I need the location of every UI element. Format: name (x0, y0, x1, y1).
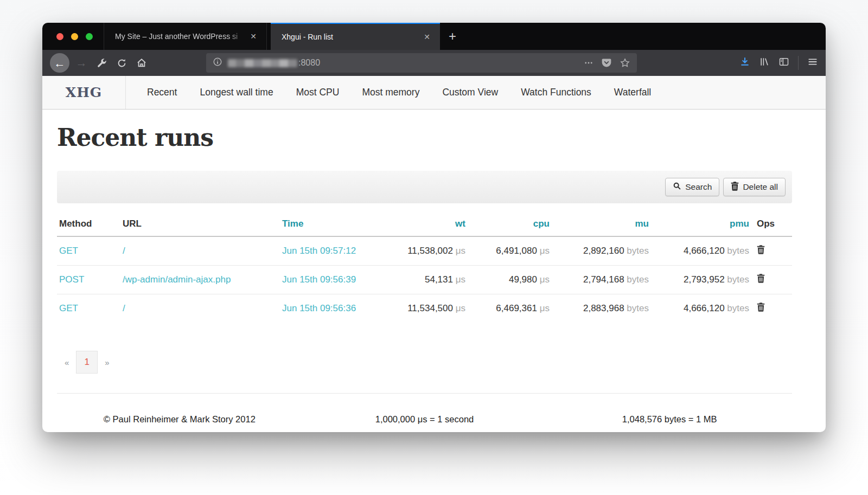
wt-unit: μs (456, 303, 465, 313)
page-title: Recent runs (57, 124, 792, 151)
close-icon[interactable]: ✕ (420, 31, 433, 42)
col-header-cpu[interactable]: cpu (468, 210, 552, 236)
back-button[interactable]: ← (50, 53, 69, 73)
col-header-mu[interactable]: mu (552, 210, 651, 236)
library-icon[interactable] (759, 56, 770, 69)
sidebar-icon[interactable] (778, 56, 789, 69)
method-link[interactable]: POST (59, 274, 84, 285)
url-link[interactable]: / (123, 303, 125, 313)
browser-window: My Site – Just another WordPress si ✕ Xh… (42, 23, 826, 432)
runs-table: Method URL Time wt cpu mu pmu Ops GET / … (57, 210, 792, 323)
delete-run-trash-icon[interactable] (757, 245, 765, 254)
tab-wordpress-site[interactable]: My Site – Just another WordPress si ✕ (104, 23, 267, 50)
delete-run-trash-icon[interactable] (757, 274, 765, 283)
delete-all-button[interactable]: Delete all (723, 178, 786, 196)
col-header-ops: Ops (751, 210, 792, 236)
downloads-icon[interactable] (739, 56, 750, 69)
copyright-text: © Paul Reinheimer & Mark Story 2012 (57, 414, 302, 425)
wt-value: 54,131 (425, 274, 453, 285)
cpu-unit: μs (540, 303, 550, 313)
tab-title: My Site – Just another WordPress si (111, 32, 247, 41)
browser-toolbar: ← → :8080 (42, 50, 826, 76)
search-icon (673, 182, 681, 192)
pmu-value: 4,666,120 (684, 246, 725, 256)
wt-value: 11,534,500 (407, 303, 453, 313)
url-port: :8080 (298, 58, 320, 68)
tools-wrench-icon[interactable] (94, 58, 109, 68)
nav-item-waterfall[interactable]: Waterfall (603, 87, 662, 98)
table-header-row: Method URL Time wt cpu mu pmu Ops (57, 210, 792, 236)
microseconds-note: 1,000,000 μs = 1 second (302, 414, 547, 425)
home-icon[interactable] (134, 57, 149, 68)
new-tab-button[interactable]: + (440, 23, 465, 50)
trash-icon (731, 182, 739, 193)
site-info-icon[interactable] (213, 57, 222, 69)
nav-item-custom-view[interactable]: Custom View (431, 87, 509, 98)
pmu-value: 4,666,120 (684, 303, 725, 313)
obscured-hostname (228, 59, 297, 67)
page-footer: © Paul Reinheimer & Mark Story 2012 1,00… (57, 393, 792, 432)
wt-unit: μs (456, 246, 465, 256)
tab-title: Xhgui - Run list (277, 33, 420, 41)
table-row: GET / Jun 15th 09:57:12 11,538,002 μs 6,… (57, 236, 792, 266)
minimize-window-button[interactable] (71, 33, 78, 40)
nav-item-most-memory[interactable]: Most memory (350, 87, 431, 98)
table-row: GET / Jun 15th 09:56:36 11,534,500 μs 6,… (57, 294, 792, 323)
col-header-method: Method (57, 210, 120, 236)
cpu-value: 49,980 (509, 274, 537, 285)
actions-band: Search Delete all (57, 171, 792, 203)
mu-unit: bytes (627, 303, 649, 313)
time-link[interactable]: Jun 15th 09:57:12 (282, 246, 356, 256)
toolbar-separator (798, 56, 799, 70)
brand-logo[interactable]: XHG (42, 76, 126, 109)
mu-value: 2,892,160 (583, 246, 624, 256)
wt-unit: μs (456, 274, 465, 285)
method-link[interactable]: GET (59, 303, 78, 313)
zoom-window-button[interactable] (86, 33, 93, 40)
table-row: POST /wp-admin/admin-ajax.php Jun 15th 0… (57, 266, 792, 294)
delete-run-trash-icon[interactable] (757, 303, 765, 312)
cpu-value: 6,469,361 (496, 303, 537, 313)
url-link[interactable]: /wp-admin/admin-ajax.php (123, 274, 231, 285)
nav-menu: Recent Longest wall time Most CPU Most m… (136, 76, 662, 109)
url-link[interactable]: / (123, 246, 125, 256)
col-header-time[interactable]: Time (280, 210, 383, 236)
cpu-value: 6,491,080 (496, 246, 537, 256)
time-link[interactable]: Jun 15th 09:56:36 (282, 303, 356, 313)
address-bar[interactable]: :8080 (206, 53, 637, 73)
tab-bar: My Site – Just another WordPress si ✕ Xh… (42, 23, 826, 50)
col-header-url: URL (120, 210, 280, 236)
time-link[interactable]: Jun 15th 09:56:39 (282, 274, 356, 285)
mu-unit: bytes (627, 274, 649, 285)
cpu-unit: μs (540, 246, 550, 256)
menu-hamburger-icon[interactable] (807, 56, 818, 69)
next-page-button[interactable]: » (105, 358, 109, 367)
col-header-pmu[interactable]: pmu (651, 210, 751, 236)
pmu-unit: bytes (727, 303, 749, 313)
close-window-button[interactable] (56, 33, 63, 40)
current-page-indicator[interactable]: 1 (76, 351, 98, 374)
col-header-wt[interactable]: wt (383, 210, 468, 236)
mu-unit: bytes (627, 246, 649, 256)
previous-page-button[interactable]: « (65, 358, 69, 367)
nav-item-watch-functions[interactable]: Watch Functions (509, 87, 603, 98)
close-icon[interactable]: ✕ (247, 31, 260, 42)
nav-item-longest-wall-time[interactable]: Longest wall time (188, 87, 284, 98)
bytes-note: 1,048,576 bytes = 1 MB (547, 414, 792, 425)
bookmark-star-icon[interactable] (620, 57, 630, 68)
search-button[interactable]: Search (665, 178, 719, 196)
window-controls (42, 23, 104, 50)
pocket-icon[interactable] (601, 57, 612, 68)
cpu-unit: μs (540, 274, 550, 285)
mu-value: 2,883,968 (583, 303, 624, 313)
reload-icon[interactable] (114, 58, 129, 68)
page-actions-icon[interactable] (584, 58, 593, 68)
nav-item-recent[interactable]: Recent (136, 87, 188, 98)
pmu-value: 2,793,952 (684, 274, 725, 285)
tab-xhgui-run-list[interactable]: Xhgui - Run list ✕ (271, 23, 440, 50)
nav-item-most-cpu[interactable]: Most CPU (285, 87, 351, 98)
mu-value: 2,794,168 (583, 274, 624, 285)
forward-button[interactable]: → (74, 56, 89, 69)
method-link[interactable]: GET (59, 246, 78, 256)
wt-value: 11,538,002 (407, 246, 453, 256)
